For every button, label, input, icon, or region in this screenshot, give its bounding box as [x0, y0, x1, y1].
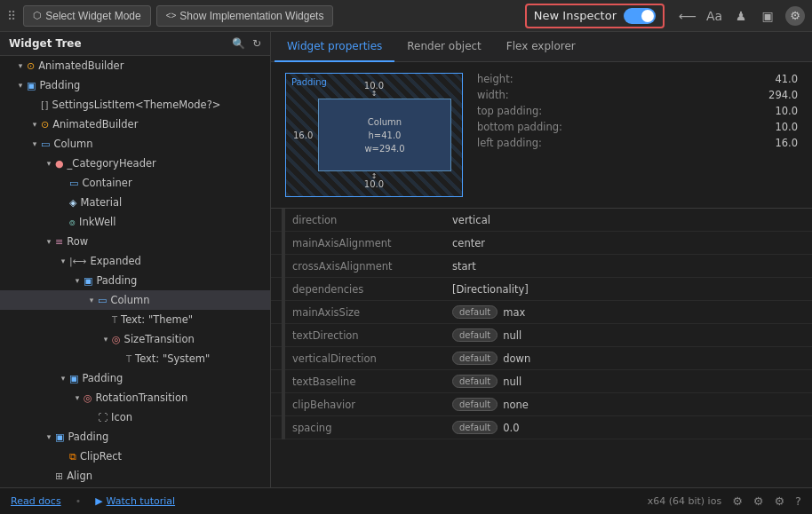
- tree-item-animatedbuilder2[interactable]: ▾ ⊙ AnimatedBuilder: [0, 115, 270, 134]
- box-model-outer: Padding 10.0 ↕ 16.0 10.0 ↕ Column h=41.0…: [285, 73, 463, 197]
- tab-render-object[interactable]: Render object: [394, 32, 494, 62]
- tree-item-container1[interactable]: ▭ Container: [0, 173, 270, 193]
- tree-item-icon1[interactable]: ⛶ Icon: [0, 407, 270, 427]
- show-implementation-label: Show Implementation Widgets: [179, 10, 323, 22]
- box-icon2: ▭: [69, 178, 78, 189]
- prop-row-verticaldirection: verticalDirection default down: [271, 347, 812, 370]
- padding-icon: ▣: [27, 80, 36, 91]
- select-widget-mode-button[interactable]: ⬡ Select Widget Mode: [23, 5, 150, 27]
- new-inspector-label: New Inspector: [534, 9, 617, 22]
- platform-label: x64 (64 bit) ios: [648, 495, 721, 507]
- tree-item-material[interactable]: ◈ Material: [0, 193, 270, 212]
- default-badge-spacing: default: [452, 421, 498, 434]
- new-inspector-area: New Inspector: [525, 4, 665, 28]
- new-inspector-toggle[interactable]: [624, 8, 656, 24]
- prop-divider9: [282, 393, 285, 416]
- bracket-icon: []: [41, 99, 49, 111]
- tree-item-padding4[interactable]: ▾ ▣ Padding: [0, 427, 270, 447]
- help-icon[interactable]: ?: [795, 494, 801, 508]
- arrow-icon[interactable]: ⟵: [679, 9, 697, 23]
- arrow-down-top: ↕: [371, 90, 378, 98]
- anim-icon: ⊙: [27, 60, 35, 72]
- tree-item-categoryheader[interactable]: ▾ ● _CategoryHeader: [0, 154, 270, 173]
- default-badge-mainaxissize: default: [452, 305, 498, 319]
- padding-icon4: ▣: [55, 431, 64, 443]
- default-badge-verticaldirection: default: [452, 352, 498, 365]
- prop-row-textbaseline: textBaseline default null: [271, 370, 812, 393]
- status-right: x64 (64 bit) ios ⚙ ⚙ ⚙ ?: [648, 494, 801, 508]
- prop-row-dependencies: dependencies [Directionality]: [271, 278, 812, 301]
- tree-item-column1[interactable]: ▾ ▭ Column: [0, 134, 270, 154]
- performance-icon[interactable]: ⚙: [753, 494, 764, 508]
- inner-label: Column h=41.0 w=294.0: [364, 115, 404, 155]
- tree-item-container2[interactable]: ▭ Container: [0, 486, 270, 487]
- tree-item-sizetransition[interactable]: ▾ ◎ SizeTransition: [0, 329, 270, 349]
- tree-item-padding3[interactable]: ▾ ▣ Padding: [0, 368, 270, 388]
- tree-item-settingslist[interactable]: [] SettingsListItem<ThemeMode?>: [0, 95, 270, 115]
- tab-widget-properties-label: Widget properties: [287, 40, 382, 52]
- text-icon1: T: [112, 315, 117, 325]
- screenshot-icon[interactable]: ▣: [759, 9, 776, 23]
- tree-item-cliprect[interactable]: ⧉ ClipRect: [0, 447, 270, 466]
- rotationtransition-icon: ◎: [84, 392, 92, 404]
- prop-divider: [282, 209, 285, 232]
- outer-label: Padding: [291, 77, 327, 87]
- bm-prop-top-padding: top padding: 10.0: [477, 105, 798, 117]
- settings-icon[interactable]: ⚙: [785, 6, 805, 26]
- settings-bottom-icon[interactable]: ⚙: [732, 494, 743, 508]
- tab-widget-properties[interactable]: Widget properties: [275, 32, 394, 62]
- tree-item-row[interactable]: ▾ ≡ Row: [0, 232, 270, 251]
- refresh-icon[interactable]: ↻: [252, 37, 261, 50]
- tree-item-padding2[interactable]: ▾ ▣ Padding: [0, 271, 270, 290]
- properties-table: direction vertical mainAxisAlignment cen…: [271, 209, 812, 487]
- accessibility-icon[interactable]: ♟: [732, 9, 750, 23]
- default-badge-clipbehavior: default: [452, 398, 498, 411]
- box-model-diagram: Padding 10.0 ↕ 16.0 10.0 ↕ Column h=41.0…: [285, 73, 463, 197]
- tab-flex-explorer[interactable]: Flex explorer: [494, 32, 588, 62]
- tree-item-rotationtransition[interactable]: ▾ ◎ RotationTransition: [0, 388, 270, 407]
- tree-item-padding1[interactable]: ▾ ▣ Padding: [0, 75, 270, 95]
- config-icon[interactable]: ⚙: [774, 494, 784, 508]
- tree-item-inkwell[interactable]: ⌾ InkWell: [0, 212, 270, 232]
- status-bar: Read docs • ▶ Watch tutorial x64 (64 bit…: [0, 487, 812, 514]
- search-icon[interactable]: 🔍: [232, 37, 245, 50]
- align-icon: ⊞: [55, 471, 63, 482]
- read-docs-link[interactable]: Read docs: [11, 495, 61, 507]
- tree-item-text1[interactable]: T Text: "Theme": [0, 310, 270, 329]
- code-icon: <>: [166, 11, 177, 20]
- prop-val-mainaxissize: default max: [452, 305, 801, 319]
- video-icon: ▶: [95, 495, 102, 507]
- prop-divider7: [282, 347, 285, 370]
- default-badge-textdirection: default: [452, 328, 498, 342]
- column-icon: ▭: [98, 295, 107, 306]
- prop-val-verticaldirection: default down: [452, 352, 801, 365]
- watch-tutorial-area: ▶ Watch tutorial: [95, 495, 175, 507]
- sidebar-title: Widget Tree: [9, 37, 82, 50]
- box-model-area: Padding 10.0 ↕ 16.0 10.0 ↕ Column h=41.0…: [271, 62, 812, 209]
- sidebar: Widget Tree 🔍 ↻ ▾ ⊙ AnimatedBuilder ▾ ▣ …: [0, 32, 271, 487]
- tree-item-text2[interactable]: T Text: "System": [0, 349, 270, 368]
- box-model-left-val: 16.0: [293, 130, 313, 140]
- icon-icon: ⛶: [98, 412, 107, 423]
- prop-divider3: [282, 255, 285, 278]
- tree-item-expanded[interactable]: ▾ |⟷ Expanded: [0, 251, 270, 271]
- bm-prop-bottom-padding: bottom padding: 10.0: [477, 121, 798, 133]
- prop-row-mainaxisalignment: mainAxisAlignment center: [271, 232, 812, 255]
- text-size-icon[interactable]: Aa: [705, 9, 723, 23]
- tree-item-column2[interactable]: ▾ ▭ Column: [0, 290, 270, 310]
- cursor-icon: ⬡: [33, 10, 42, 21]
- tree-item-align[interactable]: ⊞ Align: [0, 466, 270, 486]
- row-icon: ≡: [55, 236, 63, 248]
- box-model-inner: Column h=41.0 w=294.0: [318, 99, 451, 171]
- tab-render-object-label: Render object: [407, 40, 482, 52]
- default-badge-textbaseline: default: [452, 375, 498, 388]
- anim-icon2: ⊙: [41, 119, 49, 130]
- prop-val-clipbehavior: default none: [452, 398, 801, 411]
- watch-tutorial-link[interactable]: Watch tutorial: [107, 495, 175, 507]
- prop-row-textdirection: textDirection default null: [271, 324, 812, 347]
- top-bar-icons: ⟵ Aa ♟ ▣ ⚙: [679, 6, 805, 26]
- prop-divider8: [282, 370, 285, 393]
- cliprect-icon: ⧉: [69, 451, 76, 463]
- tree-item-animatedbuilder1[interactable]: ▾ ⊙ AnimatedBuilder: [0, 56, 270, 75]
- show-implementation-button[interactable]: <> Show Implementation Widgets: [156, 5, 334, 27]
